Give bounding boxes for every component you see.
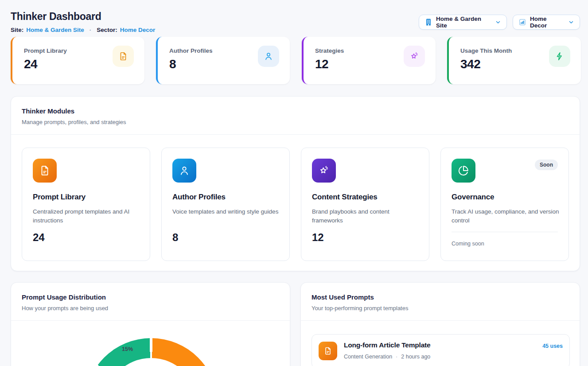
sparkle-star-icon — [312, 159, 336, 183]
separator-dot: · — [396, 354, 397, 360]
stat-card-usage: Usage This Month 342 — [447, 37, 581, 84]
stat-card-prompt-library: Prompt Library 24 — [11, 37, 144, 84]
file-text-icon — [319, 342, 337, 360]
sector-link[interactable]: Home Decor — [120, 27, 156, 33]
file-text-icon — [113, 46, 134, 67]
module-description: Brand playbooks and content frameworks — [312, 207, 420, 225]
module-description: Track AI usage, compliance, and version … — [452, 207, 560, 225]
module-footer: Coming soon — [452, 241, 484, 247]
thinker-modules-section: Thinker Modules Manage prompts, profiles… — [11, 96, 580, 271]
stat-value: 8 — [169, 57, 176, 71]
stat-value: 342 — [460, 57, 480, 71]
module-description: Voice templates and writing style guides — [172, 207, 280, 216]
site-link[interactable]: Home & Garden Site — [26, 27, 84, 33]
sparkle-star-icon — [404, 46, 425, 67]
status-badge: Soon — [535, 160, 558, 170]
sector-dropdown[interactable]: Home Decor — [513, 15, 580, 30]
module-card-prompt-library[interactable]: Prompt Library Centralized prompt templa… — [22, 148, 150, 261]
pie-chart-icon — [452, 159, 475, 183]
module-title: Content Strategies — [312, 193, 378, 202]
module-title: Author Profiles — [172, 193, 226, 202]
stat-value: 12 — [315, 57, 328, 71]
breadcrumb: Site: Home & Garden Site · Sector: Home … — [11, 27, 155, 33]
stat-label: Author Profiles — [169, 47, 213, 54]
stat-card-author-profiles: Author Profiles 8 — [156, 37, 290, 84]
prompt-usage-card: Prompt Usage Distribution How your promp… — [11, 282, 290, 366]
prompt-timestamp: 2 hours ago — [401, 354, 430, 360]
stat-card-strategies: Strategies 12 — [302, 37, 436, 84]
module-count: 8 — [172, 231, 178, 244]
prompt-category: Content Generation — [344, 354, 392, 360]
thinker-dashboard-page: Thinker Dashboard Site: Home & Garden Si… — [0, 0, 588, 366]
prompt-uses-count: 45 uses — [542, 343, 563, 349]
module-title: Governance — [452, 193, 494, 202]
user-icon — [172, 159, 196, 183]
file-text-icon — [33, 159, 57, 183]
card-subtitle: Your top-performing prompt templates — [312, 305, 569, 311]
chevron-down-icon — [495, 19, 501, 25]
sector-dropdown-label: Home Decor — [530, 16, 565, 29]
prompt-title: Long-form Article Template — [344, 341, 430, 349]
stat-label: Strategies — [315, 47, 344, 54]
stat-label: Prompt Library — [24, 47, 67, 54]
module-card-author-profiles[interactable]: Author Profiles Voice templates and writ… — [161, 148, 290, 261]
card-title: Prompt Usage Distribution — [22, 293, 279, 301]
most-used-prompts-card: Most Used Prompts Your top-performing pr… — [300, 282, 580, 366]
module-card-governance[interactable]: Soon Governance Track AI usage, complian… — [440, 148, 569, 261]
building-icon — [424, 18, 432, 26]
page-title: Thinker Dashboard — [11, 11, 101, 23]
usage-card-header: Prompt Usage Distribution How your promp… — [11, 283, 290, 321]
site-label: Site: — [11, 27, 23, 33]
donut-segment-label: 15% — [122, 346, 133, 352]
module-description: Centralized prompt templates and AI inst… — [33, 207, 141, 225]
chevron-down-icon — [568, 19, 574, 25]
usage-donut-chart: 15% — [85, 338, 218, 366]
module-card-content-strategies[interactable]: Content Strategies Brand playbooks and c… — [301, 148, 429, 261]
divider — [452, 232, 558, 232]
stat-label: Usage This Month — [460, 47, 512, 54]
module-count: 12 — [312, 231, 324, 244]
prompt-list-item[interactable]: Long-form Article Template Content Gener… — [312, 334, 570, 366]
module-title: Prompt Library — [33, 193, 86, 202]
prompts-card-header: Most Used Prompts Your top-performing pr… — [301, 283, 580, 321]
separator-dot: · — [90, 27, 92, 33]
site-dropdown-label: Home & Garden Site — [436, 16, 491, 29]
site-dropdown[interactable]: Home & Garden Site — [419, 15, 507, 30]
section-title: Thinker Modules — [22, 107, 569, 115]
user-icon — [258, 46, 279, 67]
prompt-meta: Content Generation · 2 hours ago — [344, 354, 430, 360]
bar-chart-icon — [518, 18, 526, 26]
module-count: 24 — [33, 231, 45, 244]
stat-value: 24 — [24, 57, 37, 71]
modules-section-header: Thinker Modules Manage prompts, profiles… — [11, 97, 580, 135]
sector-label: Sector: — [97, 27, 117, 33]
section-subtitle: Manage prompts, profiles, and strategies — [22, 119, 569, 125]
card-title: Most Used Prompts — [312, 293, 569, 301]
lightning-icon — [549, 46, 570, 67]
card-subtitle: How your prompts are being used — [22, 305, 279, 311]
donut-hole — [105, 358, 198, 366]
